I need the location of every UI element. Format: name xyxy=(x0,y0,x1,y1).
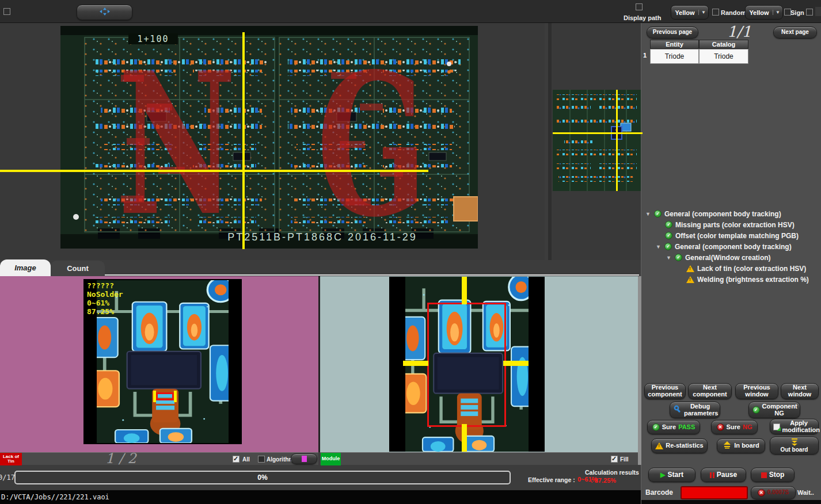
pause-button[interactable]: Pause xyxy=(701,468,746,482)
tab-image[interactable]: Image xyxy=(0,259,51,276)
random-checkbox[interactable] xyxy=(712,9,719,16)
board-overview-viewport[interactable]: 1+100 PT2511B-PT1868C 2016-11-29 N G xyxy=(0,23,545,260)
previous-page-button[interactable]: Previous page xyxy=(647,26,698,39)
barcode-ng-button[interactable]: ✕ 0.0007S xyxy=(751,486,796,499)
zoom-preview-column xyxy=(548,23,641,260)
previous-component-button[interactable]: Previous component xyxy=(644,383,686,399)
panel-bottom-edge xyxy=(641,500,821,504)
zoom-preview-image[interactable] xyxy=(553,90,643,191)
wait-status: Wait.. xyxy=(797,489,814,496)
chevron-down-icon[interactable]: ▼ xyxy=(773,10,782,15)
extra-checkbox[interactable] xyxy=(806,9,813,16)
out-board-button[interactable]: Out board xyxy=(770,437,819,455)
tab-count[interactable]: Count xyxy=(51,261,105,276)
preview-crosshair-vertical xyxy=(616,90,618,191)
apply-modification-button[interactable]: Apply modification xyxy=(770,419,819,434)
stop-button[interactable]: Stop xyxy=(751,468,795,482)
inspection-side-panel: Previous page 1/1 Next page Entity Catal… xyxy=(641,23,821,504)
table-header-catalog: Catalog xyxy=(699,40,748,49)
crosshair-horizontal xyxy=(0,170,428,172)
component-ng-label: Component NG xyxy=(762,403,797,417)
pcb-image[interactable]: 1+100 PT2511B-PT1868C 2016-11-29 N G xyxy=(60,26,478,249)
out-board-label: Out board xyxy=(781,447,808,453)
chevron-down-icon[interactable]: ▼ xyxy=(666,255,672,261)
all-label: All xyxy=(242,456,250,463)
preview-crosshair-horizontal xyxy=(553,132,643,134)
table-header-entity: Entity xyxy=(650,40,699,49)
tree-item[interactable]: ✓ Missing parts (color extraction HSV) xyxy=(665,219,821,230)
module-detail-panel xyxy=(320,276,638,452)
component-ng-button[interactable]: ✓ Component NG xyxy=(748,402,800,418)
re-statistics-button[interactable]: ! Re-statistics xyxy=(651,438,708,453)
chevron-down-icon[interactable]: ▼ xyxy=(655,244,662,250)
defect-range: 0~61% xyxy=(87,299,123,307)
table-cell-entity[interactable]: Triode xyxy=(650,49,699,64)
tree-item[interactable]: ! Welding (brightness extraction %) xyxy=(686,274,821,285)
fit-view-button[interactable] xyxy=(77,5,132,20)
color-dropdown-2[interactable]: Yellow ▼ xyxy=(745,5,783,20)
tree-item-label: General(Window creation) xyxy=(685,254,771,262)
barcode-input[interactable] xyxy=(681,486,748,499)
display-path-checkbox[interactable] xyxy=(636,3,643,10)
inspection-window-box xyxy=(427,303,506,427)
detail-scrollbar[interactable] xyxy=(638,276,641,465)
tree-item-label: Offset (color template matching PGB) xyxy=(675,232,799,240)
in-board-label: In board xyxy=(734,442,759,449)
sure-ng-button[interactable]: ✕ Sure NG xyxy=(711,420,758,434)
module-detail-image[interactable] xyxy=(389,277,545,452)
tree-item[interactable]: ▼ ✓ General(Window creation) xyxy=(666,252,821,263)
check-icon: ✓ xyxy=(652,423,660,431)
color-dropdown-1[interactable]: Yellow ▼ xyxy=(671,5,709,20)
tree-item[interactable]: ✓ Offset (color template matching PGB) xyxy=(665,230,821,241)
in-board-icon xyxy=(723,441,732,450)
toolbar-checkbox[interactable] xyxy=(3,8,10,15)
progress-bar: 0% xyxy=(14,471,511,484)
chevron-down-icon[interactable]: ▼ xyxy=(645,211,651,217)
module-badge: Module xyxy=(321,453,341,465)
defect-type: NoSolder xyxy=(87,290,123,299)
tree-item[interactable]: ▼ ✓ General (component body tracking) xyxy=(645,208,821,219)
x-icon: ✕ xyxy=(717,423,724,431)
table-cell-catalog[interactable]: Triode xyxy=(699,49,748,64)
calc-results-label: Calculation results xyxy=(585,469,639,476)
defect-page-indicator: 1 / 2 xyxy=(105,450,136,467)
tab-count-label: Count xyxy=(67,264,89,273)
check-icon: ✓ xyxy=(665,232,672,239)
table-row-number: 1 xyxy=(643,52,647,59)
warning-icon: ! xyxy=(655,442,663,449)
tree-item[interactable]: ! Lack of tin (color extraction HSV) xyxy=(686,263,821,274)
fill-label: Fill xyxy=(620,456,628,463)
start-button[interactable]: ▶ Start xyxy=(648,468,695,482)
pause-label: Pause xyxy=(717,471,737,479)
marker-bracket-left xyxy=(153,391,156,402)
next-page-button[interactable]: Next page xyxy=(773,26,817,39)
clipped-control xyxy=(815,7,821,16)
fill-checkbox[interactable]: ✓ xyxy=(611,456,618,463)
debug-parameters-label: Debug parameters xyxy=(684,403,716,417)
check-icon: ✓ xyxy=(675,254,682,261)
algorithm-checkbox[interactable] xyxy=(258,456,265,463)
chevron-down-icon[interactable]: ▼ xyxy=(698,10,708,15)
window-tick-top xyxy=(462,277,467,304)
sign-label: Sign xyxy=(790,9,804,16)
pause-icon xyxy=(710,472,714,478)
next-window-button[interactable]: Next window xyxy=(781,383,819,399)
x-icon: ✕ xyxy=(758,489,765,497)
in-board-button[interactable]: In board xyxy=(717,438,765,453)
algorithm-label: Algorithm xyxy=(267,456,294,463)
display-path-label: Display path xyxy=(624,14,661,21)
window-tick-bottom xyxy=(462,424,467,452)
sure-pass-button[interactable]: ✓ Sure PASS xyxy=(647,420,700,434)
all-checkbox[interactable]: ✓ xyxy=(233,456,240,463)
next-component-button[interactable]: Next component xyxy=(688,383,732,399)
defect-detail-image[interactable]: ?????? NoSolder 0~61% 87.25% xyxy=(83,279,242,444)
calc-results-value: : 87.25% xyxy=(591,477,616,484)
tree-item[interactable]: ▼ ✓ General (component body tracking) xyxy=(655,241,821,252)
tab-image-label: Image xyxy=(14,264,36,272)
apply-modification-icon xyxy=(773,423,780,430)
previous-window-button[interactable]: Previous window xyxy=(735,383,778,399)
re-statistics-label: Re-statistics xyxy=(666,442,703,449)
fit-view-icon xyxy=(100,7,110,17)
color-swatch-button[interactable] xyxy=(291,453,317,464)
debug-parameters-button[interactable]: Debug parameters xyxy=(670,402,720,418)
